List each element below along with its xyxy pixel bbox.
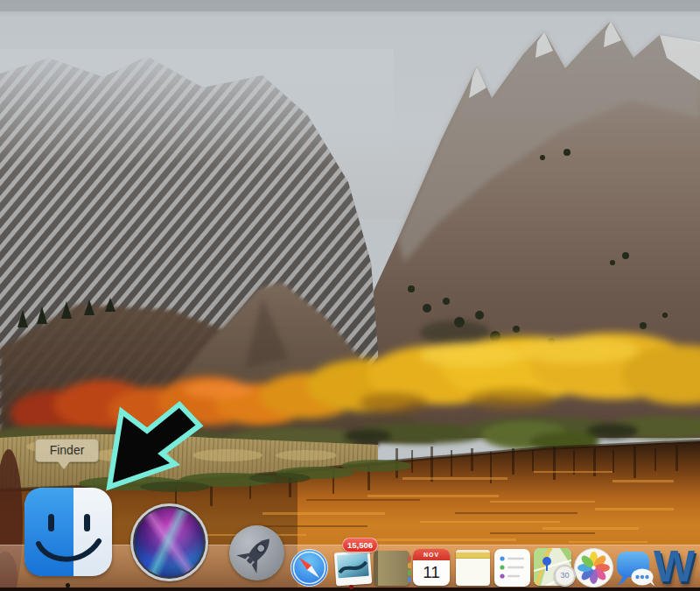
mail-running-indicator <box>349 585 354 589</box>
safari-compass-icon <box>290 549 328 587</box>
dock-item-messages[interactable] <box>615 550 655 586</box>
messages-bubble-icon <box>615 550 655 586</box>
desktop: 15,506 NOV 11 <box>0 0 700 591</box>
dock-item-siri[interactable] <box>130 503 208 581</box>
calendar-month: NOV <box>413 549 450 560</box>
photos-flower-icon <box>574 548 613 587</box>
finder-tooltip-pointer <box>58 461 70 469</box>
word-letter: W <box>654 542 695 591</box>
launchpad-rocket-icon <box>228 524 285 581</box>
dock-item-mail[interactable] <box>334 551 373 587</box>
dock-item-contacts[interactable] <box>374 551 410 586</box>
finder-running-indicator <box>66 583 70 587</box>
dock-item-finder[interactable] <box>24 488 112 576</box>
dock-item-calendar[interactable]: NOV 11 <box>413 549 450 586</box>
dock-item-photos[interactable] <box>574 548 613 587</box>
dock-item-notes[interactable] <box>456 550 490 586</box>
calendar-day: 11 <box>413 560 450 586</box>
maps-compass-badge: 30 <box>554 565 576 587</box>
dock-item-reminders[interactable] <box>494 549 530 587</box>
reminders-icon <box>494 549 530 587</box>
dock-item-launchpad[interactable] <box>228 524 285 581</box>
mail-stamp-icon <box>337 553 369 578</box>
finder-tooltip: Finder <box>35 439 99 462</box>
dock-item-word[interactable]: W <box>654 545 700 590</box>
finder-icon <box>24 488 112 576</box>
mail-unread-badge: 15,506 <box>342 538 378 552</box>
dock-item-safari[interactable] <box>290 549 328 587</box>
